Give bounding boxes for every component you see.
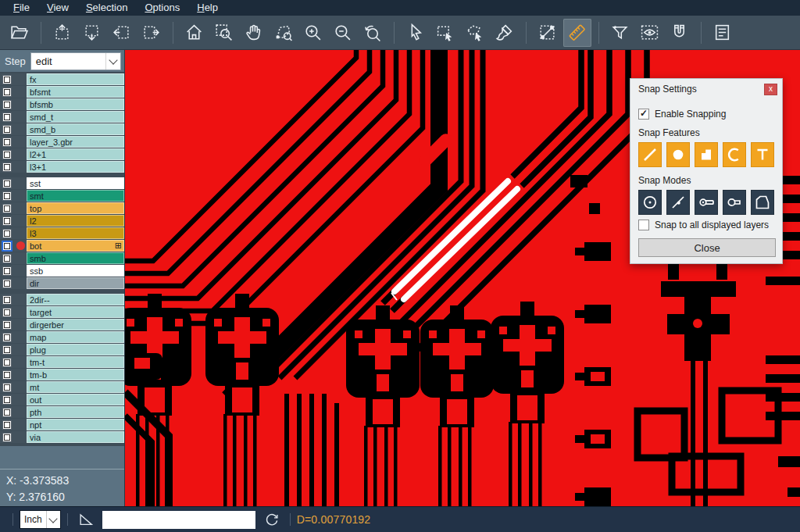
- layer-visibility-checkbox[interactable]: [2, 408, 12, 417]
- layer-visibility-checkbox[interactable]: [2, 137, 12, 147]
- layer-pth[interactable]: pth: [27, 406, 124, 418]
- layer-visibility-checkbox[interactable]: [2, 333, 12, 342]
- layer-visibility-checkbox[interactable]: [2, 112, 12, 122]
- chevron-down-icon[interactable]: [105, 53, 120, 70]
- layer-dirgerber[interactable]: dirgerber: [27, 319, 124, 330]
- menu-view[interactable]: View: [38, 0, 77, 16]
- chevron-down-icon[interactable]: [46, 511, 60, 528]
- layer-visibility-checkbox[interactable]: [2, 87, 12, 97]
- layer-visibility-checkbox[interactable]: [2, 75, 12, 84]
- mode-slot-button[interactable]: [723, 190, 746, 215]
- layer-npt[interactable]: npt: [27, 419, 124, 430]
- mode-slot-right-button[interactable]: [695, 190, 718, 215]
- enable-snapping-row[interactable]: Enable Snapping: [638, 109, 774, 120]
- layer-dir[interactable]: dir: [27, 277, 124, 289]
- layer-visibility-checkbox[interactable]: [2, 125, 12, 134]
- layer-plug[interactable]: plug: [27, 344, 124, 355]
- step-dropdown[interactable]: edit: [30, 52, 121, 70]
- layer-visibility-checkbox[interactable]: [2, 295, 12, 305]
- layer-tm-b[interactable]: tm-b: [27, 369, 124, 380]
- sync-button[interactable]: [263, 511, 280, 528]
- pan-up-button[interactable]: [48, 19, 77, 47]
- layer-l3[interactable]: l3: [27, 227, 124, 239]
- layer-out[interactable]: out: [27, 394, 124, 405]
- zoom-in-button[interactable]: [299, 19, 327, 47]
- unit-dropdown[interactable]: Inch: [20, 510, 61, 529]
- home-button[interactable]: [180, 19, 209, 47]
- menu-options[interactable]: Options: [136, 0, 188, 16]
- layer-sst[interactable]: sst: [27, 177, 124, 189]
- layer-bot[interactable]: bot⊞: [27, 240, 124, 252]
- zoom-out-button[interactable]: [329, 19, 357, 47]
- layer-visibility-checkbox[interactable]: [2, 345, 12, 355]
- snap-arc-button[interactable]: [723, 142, 746, 167]
- layer-visibility-checkbox[interactable]: [2, 254, 12, 263]
- select-rect-button[interactable]: [431, 19, 459, 47]
- layer-visibility-checkbox[interactable]: [2, 308, 12, 317]
- magnet-button[interactable]: [666, 19, 694, 47]
- layer-visibility-checkbox[interactable]: [2, 241, 12, 251]
- measure-button[interactable]: [534, 19, 562, 47]
- select-polygon-button[interactable]: [461, 19, 489, 47]
- menu-file[interactable]: File: [5, 0, 38, 16]
- layer-smb[interactable]: smb: [27, 252, 124, 264]
- layer-visibility-checkbox[interactable]: [2, 370, 12, 380]
- pan-left-button[interactable]: [108, 19, 136, 47]
- layer-l3+1[interactable]: l3+1: [27, 161, 124, 173]
- layer-smt[interactable]: smt: [27, 190, 124, 202]
- brush-button[interactable]: [491, 19, 519, 47]
- snap-line-button[interactable]: [638, 142, 662, 167]
- snap-text-button[interactable]: [751, 142, 774, 167]
- layer-visibility-checkbox[interactable]: [2, 191, 12, 201]
- layer-top[interactable]: top: [27, 202, 124, 214]
- layer-visibility-checkbox[interactable]: [2, 216, 12, 226]
- zoom-polygon-button[interactable]: [270, 19, 298, 47]
- layer-fx[interactable]: fx: [27, 73, 124, 85]
- enable-snapping-checkbox[interactable]: [638, 109, 649, 120]
- menu-selection[interactable]: Selection: [77, 0, 136, 16]
- report-button[interactable]: [709, 19, 737, 47]
- snap-all-layers-checkbox[interactable]: [638, 220, 649, 230]
- layer-visibility-checkbox[interactable]: [2, 150, 12, 159]
- menu-help[interactable]: Help: [188, 0, 227, 16]
- layer-visibility-checkbox[interactable]: [2, 420, 12, 430]
- layer-l2+1[interactable]: l2+1: [27, 148, 124, 160]
- pan-down-button[interactable]: [78, 19, 106, 47]
- angle-tool-button[interactable]: [77, 511, 95, 528]
- layer-visibility-checkbox[interactable]: [2, 395, 12, 405]
- pan-right-button[interactable]: [138, 19, 166, 47]
- close-button[interactable]: Close: [638, 238, 776, 257]
- layer-layer_3.gbr[interactable]: layer_3.gbr: [27, 136, 124, 148]
- layer-smd_t[interactable]: smd_t: [27, 111, 124, 123]
- layer-visibility-checkbox[interactable]: [2, 320, 12, 330]
- layer-map[interactable]: map: [27, 331, 124, 343]
- layer-visibility-checkbox[interactable]: [2, 100, 12, 109]
- layer-mt[interactable]: mt: [27, 381, 124, 393]
- snap-pad-button[interactable]: [666, 142, 690, 167]
- layer-via[interactable]: via: [27, 431, 124, 443]
- layer-target[interactable]: target: [27, 306, 124, 318]
- ruler-button[interactable]: [563, 19, 591, 47]
- zoom-previous-button[interactable]: [359, 19, 387, 47]
- layer-tm-t[interactable]: tm-t: [27, 356, 124, 368]
- mode-contour-button[interactable]: [751, 190, 774, 215]
- layer-smd_b[interactable]: smd_b: [27, 123, 124, 135]
- layer-bfsmt[interactable]: bfsmt: [27, 86, 124, 98]
- close-icon[interactable]: x: [764, 84, 777, 95]
- mode-center-button[interactable]: [638, 190, 662, 215]
- snap-surface-button[interactable]: [695, 142, 718, 167]
- layer-visibility-checkbox[interactable]: [2, 204, 12, 213]
- filter-button[interactable]: [606, 19, 634, 47]
- layer-2dir--[interactable]: 2dir--: [27, 294, 124, 305]
- layer-visibility-checkbox[interactable]: [2, 279, 12, 288]
- snap-all-layers-row[interactable]: Snap to all displayed layers: [638, 220, 774, 230]
- command-input[interactable]: [102, 511, 255, 529]
- layer-visibility-checkbox[interactable]: [2, 229, 12, 238]
- view-area-button[interactable]: [636, 19, 664, 47]
- select-arrow-button[interactable]: [402, 19, 430, 47]
- layer-visibility-checkbox[interactable]: [2, 433, 12, 442]
- pan-hand-button[interactable]: [240, 19, 268, 47]
- zoom-area-button[interactable]: [210, 19, 238, 47]
- layer-visibility-checkbox[interactable]: [2, 266, 12, 276]
- layer-ssb[interactable]: ssb: [27, 265, 124, 277]
